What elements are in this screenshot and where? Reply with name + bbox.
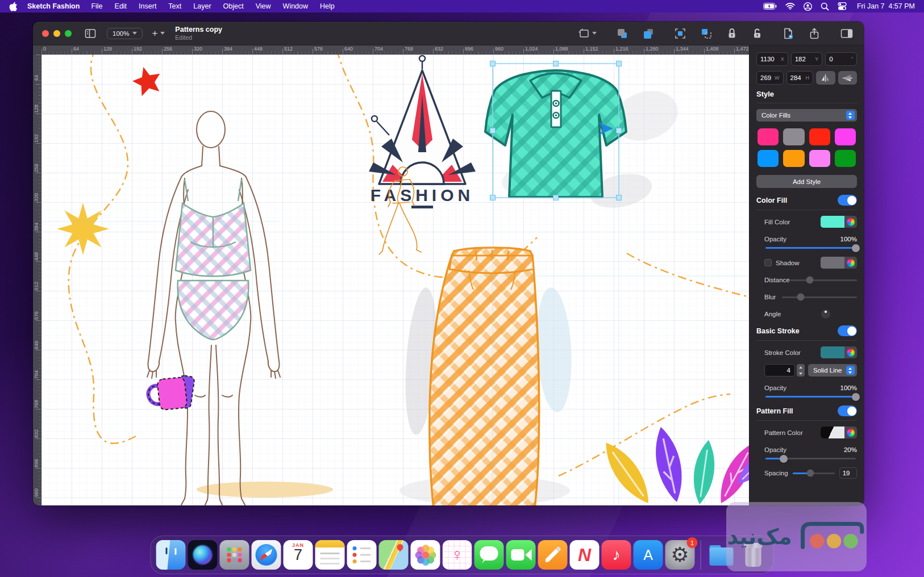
menu-text[interactable]: Text [168,2,181,10]
dock-item-calendar[interactable]: JAN7 [284,540,313,570]
ruler-label: 128 [103,46,112,52]
dock-item-facetime[interactable] [506,540,536,570]
mug[interactable] [148,375,195,410]
dock-item-launchpad[interactable] [220,540,249,570]
shadow-color-well[interactable] [821,257,857,269]
ruler-label: 1,472 [736,46,749,52]
plaid-skirt[interactable] [430,248,539,505]
dock-item-sketch-fashion[interactable]: ♀ [443,540,472,570]
pattern-opacity-slider[interactable] [765,458,856,459]
user-icon[interactable] [804,2,812,11]
dock-item-reminders[interactable] [347,540,377,570]
zoom-level-dropdown[interactable]: 100% [107,28,143,39]
bring-forward-button[interactable] [640,26,657,41]
style-swatch[interactable] [809,128,830,145]
add-style-button[interactable]: Add Style [756,175,857,188]
sidebar-toggle-button[interactable] [82,27,99,40]
color-fill-toggle[interactable] [838,195,857,206]
shadow-distance-slider[interactable] [790,279,857,281]
style-swatch[interactable] [783,128,804,145]
lock-button[interactable] [724,26,740,41]
unlock-button[interactable] [749,26,765,41]
shadow-checkbox[interactable] [764,259,772,266]
basic-stroke-toggle[interactable] [838,325,857,336]
shadow-blur-slider[interactable] [782,296,857,298]
stroke-opacity-slider[interactable] [765,396,856,398]
minimize-button[interactable] [53,30,60,37]
menu-bar-clock[interactable]: Fri Jan 7 4:57 PM [857,2,915,10]
group-button[interactable] [672,26,689,41]
dock-item-maps[interactable] [379,540,409,570]
flip-vertical-button[interactable] [838,71,858,85]
dock-item-siri[interactable] [188,540,218,570]
fashion-logo[interactable]: FASHION [369,56,476,208]
sketch-fashion-glyph: ♀ [443,540,472,570]
artboard[interactable]: FASHION [41,55,749,505]
menu-window[interactable]: Window [283,2,308,10]
swimsuit[interactable] [176,179,251,340]
dock-item-photos[interactable] [411,540,440,570]
wifi-icon[interactable] [785,3,795,10]
export-button[interactable] [780,26,797,41]
y-position-field[interactable]: 182Y [791,52,823,66]
dock-item-system-preferences[interactable]: ⚙1 [665,540,695,570]
artboard-button[interactable] [576,27,599,40]
dock-separator [701,540,701,570]
dock-item-safari[interactable] [252,540,281,570]
stroke-color-well[interactable] [821,346,857,358]
dock-item-news[interactable]: N [570,540,600,570]
close-button[interactable] [42,30,49,37]
control-center-icon[interactable] [838,2,847,10]
shadow-angle-knob[interactable] [821,310,830,319]
sketch-fashion-icon: ♀ [443,540,472,570]
width-field[interactable]: 269W [756,71,784,85]
fill-opacity-slider[interactable] [765,247,856,249]
menu-object[interactable]: Object [223,2,244,10]
dock-item-messages[interactable] [475,540,504,570]
menu-file[interactable]: File [91,2,102,10]
stroke-style-dropdown[interactable]: Solid Line [808,364,857,377]
fullscreen-button[interactable] [65,30,72,37]
style-swatch[interactable] [757,128,779,145]
rotation-field[interactable]: 0° [825,52,857,66]
ungroup-button[interactable] [698,26,715,41]
battery-icon[interactable] [763,3,777,10]
fill-type-dropdown[interactable]: Color Fills [756,109,857,122]
style-swatch[interactable] [835,128,856,145]
menu-view[interactable]: View [256,2,271,10]
dock-item-notes[interactable] [315,540,345,570]
pattern-spacing-value[interactable]: 19 [839,467,857,479]
stroke-width-stepper[interactable] [797,364,805,377]
style-swatch[interactable] [809,150,830,167]
dock-item-music[interactable]: ♪ [602,540,631,570]
stroke-width-field[interactable]: 4 [764,364,795,377]
active-app-name[interactable]: Sketch Fashion [27,2,80,10]
send-backward-button[interactable] [614,26,631,41]
inspector-toggle-button[interactable] [838,27,856,40]
menu-insert[interactable]: Insert [139,2,156,10]
red-star[interactable] [130,63,164,97]
dock-item-drawing-app[interactable] [538,540,568,570]
flip-horizontal-button[interactable] [816,71,835,85]
pattern-color-well[interactable] [821,427,857,438]
style-swatch[interactable] [757,150,779,167]
menu-edit[interactable]: Edit [115,2,127,10]
x-position-field[interactable]: 1130X [756,52,788,66]
pattern-fill-toggle[interactable] [838,405,857,416]
search-icon[interactable] [821,2,829,11]
share-button[interactable] [806,26,823,41]
dock-item-app-store[interactable]: A [634,540,663,570]
fashion-logo-text: FASHION [371,186,474,204]
style-swatch[interactable] [835,150,856,167]
yellow-starburst[interactable] [57,203,109,255]
fill-color-well[interactable] [821,216,857,228]
menu-help[interactable]: Help [320,2,335,10]
height-field[interactable]: 284H [786,71,814,85]
style-swatch[interactable] [783,150,804,167]
leaves-decoration[interactable] [597,424,749,505]
menu-layer[interactable]: Layer [193,2,211,10]
apple-icon[interactable] [9,2,18,11]
pattern-spacing-slider[interactable] [793,473,835,474]
dock-item-finder[interactable] [156,540,186,570]
insert-button[interactable]: + [152,28,165,39]
